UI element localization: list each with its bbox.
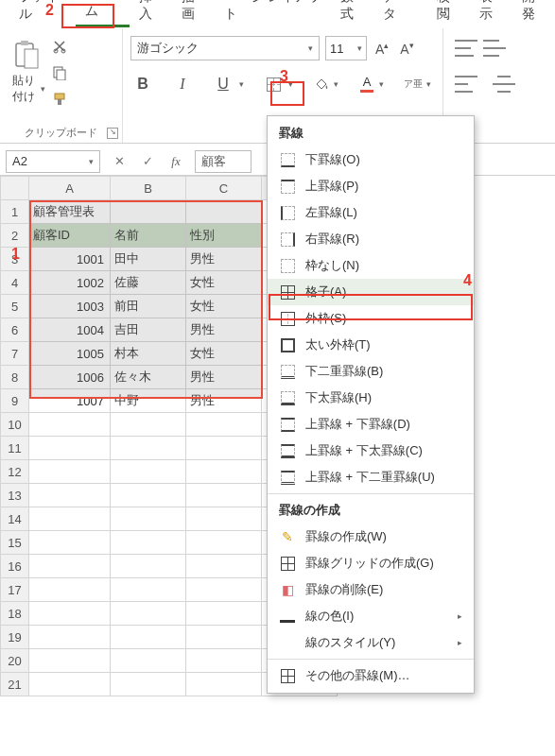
row-header[interactable]: 5: [1, 295, 29, 318]
bold-button[interactable]: B: [130, 72, 155, 96]
row-header[interactable]: 21: [1, 673, 29, 696]
cell[interactable]: [29, 437, 111, 460]
cell[interactable]: [111, 673, 186, 696]
cell[interactable]: [29, 507, 111, 531]
cell[interactable]: 1006: [29, 366, 111, 389]
row-header[interactable]: 14: [1, 507, 29, 531]
menu-line-style[interactable]: 線のスタイル(Y)▸: [268, 629, 474, 656]
row-header[interactable]: 4: [1, 271, 29, 295]
cell[interactable]: [29, 555, 111, 578]
cut-button[interactable]: [51, 38, 68, 55]
cell[interactable]: 村本: [111, 342, 186, 366]
menu-all-borders[interactable]: 格子(A): [268, 279, 474, 305]
cell[interactable]: [111, 507, 186, 531]
cell[interactable]: [186, 626, 262, 649]
cell[interactable]: [186, 602, 262, 626]
phonetic-button[interactable]: ア亜▾: [403, 78, 435, 90]
col-header-A[interactable]: A: [29, 177, 111, 200]
cell[interactable]: [111, 555, 186, 578]
menu-line-color[interactable]: 線の色(I)▸: [268, 603, 474, 629]
menu-bottom-border[interactable]: 下罫線(O): [268, 146, 474, 173]
cell[interactable]: 中野: [111, 389, 186, 413]
cell[interactable]: [186, 200, 262, 224]
cell[interactable]: [111, 200, 186, 224]
formula-input[interactable]: 顧客: [195, 150, 251, 173]
align-left-button[interactable]: [455, 76, 477, 93]
tab-data[interactable]: データ: [373, 0, 427, 27]
cell[interactable]: 田中: [111, 248, 186, 271]
cell[interactable]: [111, 531, 186, 555]
row-header[interactable]: 6: [1, 318, 29, 342]
row-header[interactable]: 2: [1, 224, 29, 248]
row-header[interactable]: 16: [1, 555, 29, 578]
select-all-corner[interactable]: [1, 177, 29, 200]
align-middle-button[interactable]: [483, 40, 506, 57]
cell[interactable]: [111, 484, 186, 507]
cell[interactable]: 女性: [186, 271, 262, 295]
font-color-button[interactable]: A▾: [357, 75, 388, 94]
cell[interactable]: 1002: [29, 271, 111, 295]
cell[interactable]: 女性: [186, 295, 262, 318]
cell[interactable]: 男性: [186, 318, 262, 342]
tab-draw[interactable]: 描画: [172, 0, 215, 27]
tab-home[interactable]: ホーム: [76, 0, 130, 27]
menu-right-border[interactable]: 右罫線(R): [268, 226, 474, 252]
col-header-B[interactable]: B: [111, 177, 186, 200]
format-painter-button[interactable]: [51, 91, 68, 108]
cell[interactable]: 顧客管理表: [29, 200, 111, 224]
cell[interactable]: 佐々木: [111, 366, 186, 389]
cell[interactable]: [29, 531, 111, 555]
cell[interactable]: 前田: [111, 295, 186, 318]
menu-top-bottom-border[interactable]: 上罫線 + 下罫線(D): [268, 411, 474, 438]
menu-top-thickbottom-border[interactable]: 上罫線 + 下太罫線(C): [268, 438, 474, 464]
copy-button[interactable]: [51, 64, 68, 81]
cell[interactable]: [29, 484, 111, 507]
cell[interactable]: [111, 649, 186, 673]
menu-draw-border[interactable]: ✎罫線の作成(W): [268, 524, 474, 550]
menu-left-border[interactable]: 左罫線(L): [268, 199, 474, 226]
cell[interactable]: 吉田: [111, 318, 186, 342]
cell[interactable]: [29, 460, 111, 484]
menu-thick-border[interactable]: 太い外枠(T): [268, 332, 474, 358]
cell[interactable]: 1001: [29, 248, 111, 271]
cell[interactable]: [186, 437, 262, 460]
row-header[interactable]: 7: [1, 342, 29, 366]
cell[interactable]: [29, 626, 111, 649]
cell[interactable]: 1007: [29, 389, 111, 413]
cell[interactable]: [111, 578, 186, 602]
cell[interactable]: 佐藤: [111, 271, 186, 295]
cancel-formula-button[interactable]: ✕: [110, 154, 129, 168]
tab-page-layout[interactable]: ページ レイアウト: [215, 0, 331, 27]
menu-top-border[interactable]: 上罫線(P): [268, 173, 474, 199]
cell[interactable]: [111, 437, 186, 460]
cell[interactable]: [29, 649, 111, 673]
row-header[interactable]: 17: [1, 578, 29, 602]
menu-draw-grid[interactable]: 罫線グリッドの作成(G): [268, 550, 474, 576]
row-header[interactable]: 19: [1, 626, 29, 649]
cell[interactable]: 性別: [186, 224, 262, 248]
menu-erase-border[interactable]: ◧罫線の削除(E): [268, 576, 474, 603]
menu-top-dblbottom-border[interactable]: 上罫線 + 下二重罫線(U): [268, 464, 474, 490]
font-size-select[interactable]: 11▾: [325, 36, 367, 60]
cell[interactable]: [111, 626, 186, 649]
cell[interactable]: [29, 602, 111, 626]
clipboard-launcher[interactable]: ↘: [107, 128, 118, 139]
cell[interactable]: [29, 673, 111, 696]
cell[interactable]: [186, 484, 262, 507]
tab-view[interactable]: 表示: [470, 0, 512, 27]
cell[interactable]: [186, 413, 262, 437]
tab-review[interactable]: 校閲: [427, 0, 470, 27]
row-header[interactable]: 1: [1, 200, 29, 224]
paste-button[interactable]: 貼り付け▾: [8, 34, 45, 105]
cell[interactable]: [29, 413, 111, 437]
row-header[interactable]: 18: [1, 602, 29, 626]
row-header[interactable]: 10: [1, 413, 29, 437]
row-header[interactable]: 8: [1, 366, 29, 389]
cell[interactable]: [186, 460, 262, 484]
cell[interactable]: 女性: [186, 342, 262, 366]
row-header[interactable]: 15: [1, 531, 29, 555]
cell[interactable]: 男性: [186, 248, 262, 271]
cell[interactable]: 1004: [29, 318, 111, 342]
cell[interactable]: 顧客ID: [29, 224, 111, 248]
col-header-C[interactable]: C: [186, 177, 262, 200]
